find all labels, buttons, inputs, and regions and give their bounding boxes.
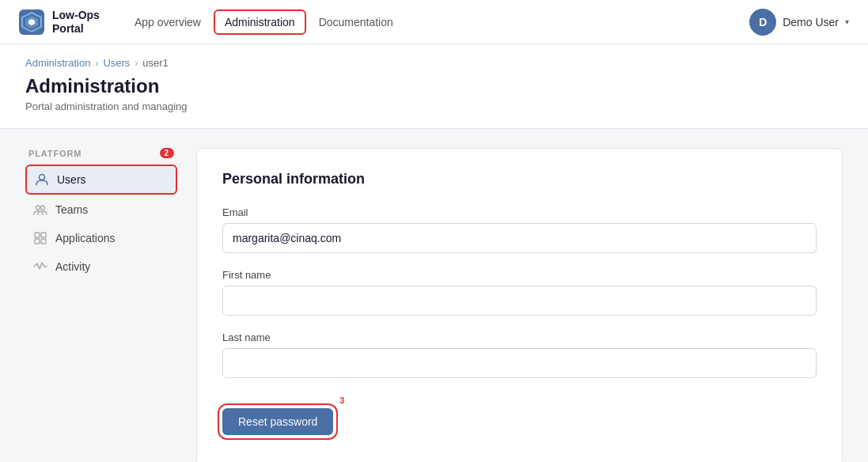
last-name-group: Last name: [222, 331, 817, 378]
annotation-3: 3: [339, 396, 344, 405]
last-name-field[interactable]: [222, 348, 817, 378]
breadcrumb-sep1: ›: [95, 58, 98, 69]
sidebar-item-activity[interactable]: Activity: [25, 253, 177, 280]
breadcrumb-root[interactable]: Administration: [25, 57, 90, 69]
sidebar: PLATFORM 2 Users Te: [25, 148, 177, 462]
top-nav: Low-Ops Portal App overview Administrati…: [0, 0, 868, 44]
main-layout: PLATFORM 2 Users Te: [0, 129, 868, 462]
sidebar-item-applications[interactable]: Applications: [25, 225, 177, 252]
breadcrumb-level1[interactable]: Users: [103, 57, 130, 69]
chevron-down-icon: ▾: [845, 17, 849, 26]
reset-password-button[interactable]: Reset password: [222, 408, 333, 435]
sidebar-item-teams[interactable]: Teams: [25, 196, 177, 223]
activity-icon: [33, 259, 47, 274]
apps-icon: [33, 231, 47, 245]
breadcrumb: Administration › Users › user1: [25, 57, 843, 69]
svg-rect-8: [41, 233, 46, 237]
last-name-label: Last name: [222, 331, 817, 343]
user-menu[interactable]: D Demo User ▾: [749, 9, 849, 36]
user-icon: [35, 172, 49, 187]
logo-icon: [19, 9, 44, 35]
email-group: Email: [222, 206, 817, 253]
nav-documentation[interactable]: Documentation: [309, 11, 403, 33]
sidebar-section-label: PLATFORM 2: [25, 148, 177, 158]
avatar: D: [749, 9, 776, 36]
nav-app-overview[interactable]: App overview: [125, 11, 210, 33]
sidebar-item-applications-label: Applications: [55, 232, 116, 244]
page-title: Administration: [25, 75, 843, 97]
page-subtitle: Portal administration and managing: [25, 100, 843, 112]
svg-point-5: [36, 206, 40, 210]
form-section-title: Personal information: [222, 171, 817, 187]
svg-point-4: [40, 175, 45, 180]
logo-text: Low-Ops Portal: [52, 9, 100, 36]
team-icon: [33, 203, 47, 217]
sidebar-item-users-label: Users: [57, 173, 86, 186]
nav-links: App overview Administration Documentatio…: [125, 9, 724, 35]
sidebar-item-activity-label: Activity: [55, 260, 90, 273]
page-header: Administration › Users › user1 Administr…: [0, 44, 868, 129]
logo[interactable]: Low-Ops Portal: [19, 9, 100, 36]
sidebar-item-users[interactable]: Users: [25, 165, 177, 195]
breadcrumb-current: user1: [142, 57, 169, 69]
email-label: Email: [222, 206, 817, 218]
breadcrumb-sep2: ›: [135, 58, 138, 69]
sidebar-platform-badge: 2: [160, 148, 174, 158]
email-field[interactable]: [222, 223, 817, 253]
first-name-group: First name: [222, 269, 817, 316]
sidebar-item-teams-label: Teams: [55, 203, 88, 216]
svg-point-6: [41, 206, 45, 210]
svg-rect-9: [35, 239, 40, 244]
content-panel: Personal information Email First name La…: [196, 148, 843, 462]
svg-rect-10: [41, 239, 46, 244]
user-name: Demo User: [783, 16, 839, 28]
svg-rect-7: [35, 233, 40, 237]
first-name-label: First name: [222, 269, 817, 281]
first-name-field[interactable]: [222, 286, 817, 316]
nav-administration[interactable]: Administration: [214, 9, 306, 35]
